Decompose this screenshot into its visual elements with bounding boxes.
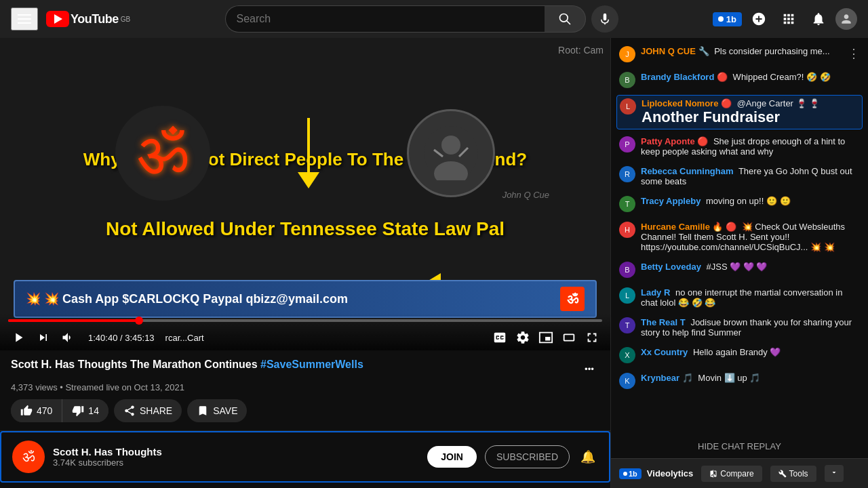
video-meta: 4,373 views • Streamed live on Oct 13, 2…	[11, 382, 599, 392]
chat-message: T The Real T Jodisue brown thank you for…	[616, 314, 863, 340]
captions-button[interactable]	[490, 327, 510, 348]
hamburger-menu-button[interactable]	[11, 7, 38, 30]
share-button[interactable]: SHARE	[114, 399, 182, 422]
arrow-down-head	[298, 172, 319, 188]
user-avatar[interactable]	[835, 8, 857, 30]
time-display: 1:40:40 / 3:45:13	[88, 333, 155, 343]
subscribe-button[interactable]: SUBSCRIBED	[485, 445, 570, 468]
video-section: Root: Cam John Q Cue Why Did You Not Dir…	[0, 38, 610, 488]
channel-info: ॐ Scott H. Has Thoughts 3.74K subscriber…	[0, 431, 610, 483]
videolytics-expand-button[interactable]	[825, 465, 844, 482]
theater-button[interactable]	[559, 327, 579, 348]
chat-content: JOHN Q CUE 🔧 Pls consider purchasing me.…	[641, 46, 842, 56]
chat-message: B Brandy Blackford 🔴 Whipped Cream?! 🤣 🤣	[616, 69, 863, 91]
miniplayer-button[interactable]	[536, 327, 556, 348]
theater-icon	[561, 330, 576, 345]
chat-avatar: T	[619, 196, 635, 212]
miniplayer-icon	[538, 330, 553, 345]
volume-button[interactable]	[58, 328, 77, 347]
chat-avatar: L	[619, 287, 635, 304]
mic-icon	[599, 13, 611, 25]
chat-text: Movin ⬇️ up 🎵	[698, 373, 760, 383]
chat-text: moving on up!! 🙂 🙂	[706, 196, 791, 206]
om-small-icon: ॐ	[560, 287, 585, 311]
arrow-container	[298, 118, 319, 188]
dislike-button[interactable]: 14	[62, 399, 108, 422]
chat-content: The Real T Jodisue brown thank you for s…	[641, 317, 860, 338]
progress-bar-container[interactable]	[8, 319, 602, 322]
play-button[interactable]	[8, 327, 28, 348]
cash-bar-label: 💥 💥 Cash App $CARLOCKQ Paypal qbizz@ymai…	[26, 291, 348, 306]
fullscreen-button[interactable]	[582, 327, 602, 348]
videolytics-tools-button[interactable]: Tools	[770, 466, 816, 482]
chat-username: Liplocked Nomore 🔴	[642, 98, 732, 108]
channel-avatar: ॐ	[12, 441, 45, 473]
hide-chat-replay-button[interactable]: HIDE CHAT REPLAY	[611, 434, 868, 458]
chat-avatar: B	[619, 262, 635, 278]
join-button[interactable]: JOIN	[427, 446, 477, 468]
yt-premium-badge: 1b	[713, 12, 742, 26]
more-options-button[interactable]: •••	[579, 359, 599, 380]
video-overlay-subtitle: Not Allowed Under Tennessee State Law Pa…	[106, 218, 505, 240]
chat-more-button[interactable]: ⋮	[848, 46, 860, 61]
share-icon	[123, 405, 136, 417]
video-content: Root: Cam John Q Cue Why Did You Not Dir…	[0, 38, 610, 350]
chat-avatar: R	[619, 166, 635, 182]
search-button[interactable]	[545, 5, 586, 33]
create-button[interactable]	[746, 6, 772, 32]
chat-username: Hurcane Camille 🔥 🔴	[641, 222, 736, 232]
chat-big-text: Another Fundraiser	[642, 108, 859, 126]
chat-avatar: J	[619, 46, 635, 62]
chat-avatar: B	[619, 72, 635, 88]
videolytics-name: Videolytics	[647, 468, 693, 479]
bell-icon	[811, 12, 826, 26]
chat-content: Xx Country Hello again Brandy 💜	[641, 347, 860, 357]
videolytics-dot	[623, 472, 627, 476]
save-button[interactable]: SAVE	[187, 399, 247, 422]
youtube-logo: YouTubeGB	[46, 11, 130, 27]
drummer-container	[407, 109, 495, 197]
like-dislike-group: 470 14	[11, 399, 108, 422]
arrow-down-line	[307, 118, 310, 172]
chat-content: Rebecca Cunningham There ya Go John Q bu…	[641, 166, 860, 186]
svg-point-1	[441, 136, 460, 155]
chat-username: Rebecca Cunningham	[641, 166, 734, 176]
like-button[interactable]: 470	[11, 399, 62, 422]
search-icon	[558, 12, 572, 26]
next-icon	[37, 331, 50, 344]
cash-bar: 💥 💥 Cash App $CARLOCKQ Paypal qbizz@ymai…	[14, 280, 597, 318]
settings-button[interactable]	[513, 327, 533, 348]
chat-message: R Rebecca Cunningham There ya Go John Q …	[616, 163, 863, 189]
chat-username: Brandy Blackford 🔴	[641, 72, 728, 82]
chat-username: JOHN Q CUE 🔧	[641, 46, 709, 56]
create-icon	[751, 12, 766, 26]
compare-icon	[709, 470, 717, 478]
video-title: Scott H. Has Thoughts The Marathon Conti…	[11, 359, 579, 371]
search-input[interactable]	[225, 5, 545, 33]
video-controls: 1:40:40 / 3:45:13 rcar...Cart	[0, 314, 610, 350]
chat-message: X Xx Country Hello again Brandy 💜	[616, 344, 863, 366]
drummer-image	[407, 109, 495, 197]
apps-button[interactable]	[776, 6, 802, 32]
chat-username: Betty Loveday	[641, 262, 701, 272]
apps-icon	[781, 12, 796, 26]
next-button[interactable]	[34, 328, 53, 347]
chat-avatar: H	[619, 222, 635, 238]
thumbs-up-icon	[20, 405, 33, 417]
progress-dot	[135, 317, 143, 325]
mic-button[interactable]	[591, 5, 618, 33]
videolytics-bar: 1b Videolytics Compare Tools	[611, 458, 868, 488]
chat-message: J JOHN Q CUE 🔧 Pls consider purchasing m…	[616, 43, 863, 65]
chat-avatar: K	[619, 373, 635, 389]
notifications-button[interactable]	[806, 6, 831, 32]
chat-text: @Ange Carter 🍷 🍷	[737, 98, 821, 108]
videolytics-compare-button[interactable]: Compare	[701, 466, 762, 482]
fullscreen-icon	[585, 330, 599, 345]
chat-avatar: X	[619, 347, 635, 363]
chat-message: L Lady R no one interrupt the martial co…	[616, 285, 863, 310]
chat-message: L Liplocked Nomore 🔴 @Ange Carter 🍷 🍷 An…	[616, 95, 863, 129]
progress-bar	[8, 319, 139, 322]
youtube-region: GB	[121, 16, 130, 23]
notification-bell-button[interactable]: 🔔	[578, 447, 598, 467]
chat-username: The Real T	[641, 317, 686, 327]
